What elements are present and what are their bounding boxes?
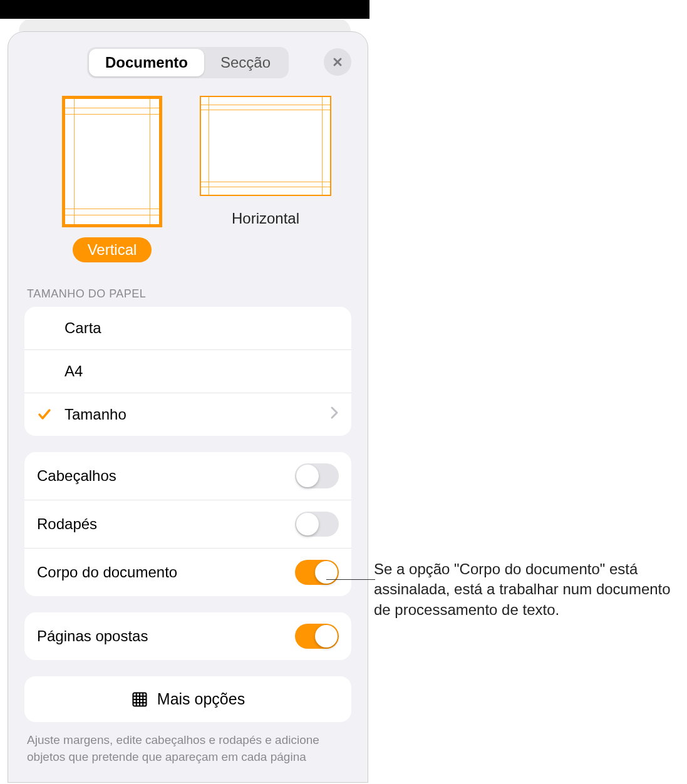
orientation-horizontal-option[interactable]: Horizontal — [200, 96, 331, 262]
paper-size-custom-check — [37, 407, 65, 422]
headers-toggle[interactable] — [295, 463, 339, 488]
footers-label: Rodapés — [37, 515, 97, 533]
document-settings-panel: Documento Secção Vertical — [8, 31, 368, 783]
paper-size-letter-label: Carta — [65, 319, 339, 337]
footers-row: Rodapés — [24, 500, 351, 549]
footer-hint-text: Ajuste margens, edite cabeçalhos e rodap… — [24, 732, 351, 765]
close-button[interactable] — [324, 48, 351, 76]
orientation-horizontal-label: Horizontal — [217, 206, 314, 231]
headers-label: Cabeçalhos — [37, 467, 116, 485]
panel-header: Documento Secção — [24, 47, 351, 78]
top-black-bar — [0, 0, 369, 19]
callout-text: Se a opção "Corpo do documento" está ass… — [374, 559, 674, 620]
check-icon — [37, 407, 52, 422]
chevron-right-icon — [330, 406, 339, 423]
document-body-toggle[interactable] — [295, 560, 339, 585]
orientation-vertical-option[interactable]: Vertical — [62, 96, 162, 262]
facing-pages-group: Páginas opostas — [24, 612, 351, 660]
page-thumb-vertical — [62, 96, 162, 227]
paper-size-custom-label: Tamanho — [65, 406, 330, 423]
tab-section[interactable]: Secção — [204, 49, 287, 76]
more-options-button[interactable]: Mais opções — [24, 676, 351, 722]
grid-icon — [131, 691, 148, 708]
orientation-selector: Vertical Horizontal — [24, 96, 351, 262]
document-body-row: Corpo do documento — [24, 549, 351, 596]
close-icon — [331, 56, 344, 68]
paper-size-letter-row[interactable]: Carta — [24, 307, 351, 350]
paper-size-a4-row[interactable]: A4 — [24, 350, 351, 393]
footers-toggle[interactable] — [295, 512, 339, 537]
paper-size-list: Carta A4 Tamanho — [24, 307, 351, 436]
facing-pages-toggle[interactable] — [295, 624, 339, 649]
paper-size-custom-row[interactable]: Tamanho — [24, 393, 351, 436]
callout-leader-line — [326, 579, 375, 580]
headers-row: Cabeçalhos — [24, 452, 351, 500]
paper-size-header: Tamanho do papel — [27, 287, 349, 301]
facing-pages-label: Páginas opostas — [37, 627, 148, 645]
document-body-label: Corpo do documento — [37, 564, 177, 581]
page-thumb-horizontal — [200, 96, 331, 196]
tab-segmented-control[interactable]: Documento Secção — [87, 47, 289, 78]
tab-document[interactable]: Documento — [89, 49, 204, 76]
more-options-label: Mais opções — [157, 690, 245, 708]
header-footer-group: Cabeçalhos Rodapés Corpo do documento — [24, 452, 351, 596]
orientation-vertical-label: Vertical — [73, 237, 152, 262]
facing-pages-row: Páginas opostas — [24, 612, 351, 660]
paper-size-a4-label: A4 — [65, 363, 339, 380]
sheet-container: Documento Secção Vertical — [0, 19, 369, 783]
sheet-backdrop — [19, 19, 351, 31]
